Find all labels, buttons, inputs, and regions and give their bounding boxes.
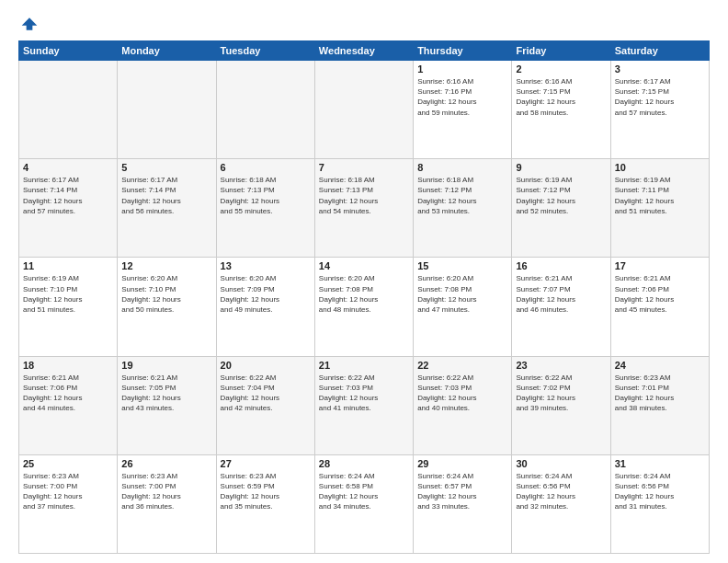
day-number: 20 [221,360,311,371]
calendar-week-2: 4Sunrise: 6:17 AM Sunset: 7:14 PM Daylig… [19,159,710,258]
day-info: Sunrise: 6:20 AM Sunset: 7:08 PM Dayligh… [417,273,507,315]
calendar-header-saturday: Saturday [610,41,709,61]
calendar-header-tuesday: Tuesday [216,41,314,61]
day-number: 2 [516,63,606,75]
day-number: 13 [221,260,311,271]
day-number: 25 [23,458,113,469]
calendar-header-thursday: Thursday [414,41,512,61]
calendar-table: SundayMondayTuesdayWednesdayThursdayFrid… [18,40,710,554]
day-info: Sunrise: 6:20 AM Sunset: 7:10 PM Dayligh… [121,273,211,315]
day-number: 15 [417,260,507,271]
day-info: Sunrise: 6:17 AM Sunset: 7:14 PM Dayligh… [121,175,211,216]
day-info: Sunrise: 6:20 AM Sunset: 7:08 PM Dayligh… [319,273,409,315]
calendar-week-5: 25Sunrise: 6:23 AM Sunset: 7:00 PM Dayli… [19,454,710,553]
day-number: 26 [121,458,211,469]
day-info: Sunrise: 6:16 AM Sunset: 7:16 PM Dayligh… [417,76,507,118]
day-number: 16 [516,260,606,271]
day-number: 8 [417,162,507,173]
calendar-week-3: 11Sunrise: 6:19 AM Sunset: 7:10 PM Dayli… [19,258,710,356]
day-number: 7 [319,162,409,173]
svg-marker-0 [22,17,38,29]
calendar-cell: 20Sunrise: 6:22 AM Sunset: 7:04 PM Dayli… [216,356,314,454]
calendar-cell: 27Sunrise: 6:23 AM Sunset: 6:59 PM Dayli… [216,454,314,553]
day-info: Sunrise: 6:23 AM Sunset: 7:00 PM Dayligh… [23,471,113,512]
day-info: Sunrise: 6:22 AM Sunset: 7:03 PM Dayligh… [319,373,409,414]
day-number: 4 [23,162,113,173]
logo-icon [20,15,39,33]
day-number: 17 [615,260,705,271]
day-number: 21 [319,360,409,371]
calendar-cell: 21Sunrise: 6:22 AM Sunset: 7:03 PM Dayli… [314,356,413,454]
day-number: 14 [319,260,409,271]
day-number: 19 [121,360,211,371]
calendar-header-wednesday: Wednesday [314,41,413,61]
calendar-cell: 30Sunrise: 6:24 AM Sunset: 6:56 PM Dayli… [512,454,610,553]
day-info: Sunrise: 6:18 AM Sunset: 7:13 PM Dayligh… [319,175,409,216]
calendar-cell: 11Sunrise: 6:19 AM Sunset: 7:10 PM Dayli… [19,258,118,356]
day-number: 6 [221,162,311,173]
day-info: Sunrise: 6:24 AM Sunset: 6:56 PM Dayligh… [615,471,705,512]
calendar-header-row: SundayMondayTuesdayWednesdayThursdayFrid… [19,41,710,61]
day-info: Sunrise: 6:23 AM Sunset: 7:00 PM Dayligh… [121,471,211,512]
calendar-cell: 28Sunrise: 6:24 AM Sunset: 6:58 PM Dayli… [314,454,413,553]
calendar-cell: 19Sunrise: 6:21 AM Sunset: 7:05 PM Dayli… [118,356,216,454]
calendar-cell [216,61,314,159]
day-info: Sunrise: 6:22 AM Sunset: 7:04 PM Dayligh… [221,373,311,414]
day-info: Sunrise: 6:19 AM Sunset: 7:10 PM Dayligh… [23,273,113,315]
calendar-cell: 16Sunrise: 6:21 AM Sunset: 7:07 PM Dayli… [512,258,610,356]
day-number: 12 [121,260,211,271]
calendar-cell: 26Sunrise: 6:23 AM Sunset: 7:00 PM Dayli… [118,454,216,553]
calendar-cell: 13Sunrise: 6:20 AM Sunset: 7:09 PM Dayli… [216,258,314,356]
calendar-cell: 25Sunrise: 6:23 AM Sunset: 7:00 PM Dayli… [19,454,118,553]
calendar-week-1: 1Sunrise: 6:16 AM Sunset: 7:16 PM Daylig… [19,61,710,159]
calendar-cell: 7Sunrise: 6:18 AM Sunset: 7:13 PM Daylig… [314,159,413,258]
day-number: 29 [417,458,507,469]
day-info: Sunrise: 6:19 AM Sunset: 7:11 PM Dayligh… [615,175,705,216]
calendar-cell: 5Sunrise: 6:17 AM Sunset: 7:14 PM Daylig… [118,159,216,258]
calendar-cell: 18Sunrise: 6:21 AM Sunset: 7:06 PM Dayli… [19,356,118,454]
day-number: 24 [615,360,705,371]
calendar-cell: 24Sunrise: 6:23 AM Sunset: 7:01 PM Dayli… [610,356,709,454]
day-info: Sunrise: 6:19 AM Sunset: 7:12 PM Dayligh… [516,175,606,216]
calendar-cell: 17Sunrise: 6:21 AM Sunset: 7:06 PM Dayli… [610,258,709,356]
calendar-cell: 8Sunrise: 6:18 AM Sunset: 7:12 PM Daylig… [414,159,512,258]
header [18,15,710,33]
calendar-header-sunday: Sunday [19,41,118,61]
day-info: Sunrise: 6:17 AM Sunset: 7:14 PM Dayligh… [23,175,113,216]
calendar-cell: 6Sunrise: 6:18 AM Sunset: 7:13 PM Daylig… [216,159,314,258]
calendar-cell: 23Sunrise: 6:22 AM Sunset: 7:02 PM Dayli… [512,356,610,454]
day-info: Sunrise: 6:24 AM Sunset: 6:58 PM Dayligh… [319,471,409,512]
day-info: Sunrise: 6:21 AM Sunset: 7:05 PM Dayligh… [121,373,211,414]
day-number: 9 [516,162,606,173]
day-info: Sunrise: 6:18 AM Sunset: 7:12 PM Dayligh… [417,175,507,216]
day-number: 27 [221,458,311,469]
calendar-header-monday: Monday [118,41,216,61]
day-info: Sunrise: 6:24 AM Sunset: 6:57 PM Dayligh… [417,471,507,512]
calendar-week-4: 18Sunrise: 6:21 AM Sunset: 7:06 PM Dayli… [19,356,710,454]
day-number: 10 [615,162,705,173]
calendar-cell: 1Sunrise: 6:16 AM Sunset: 7:16 PM Daylig… [414,61,512,159]
day-info: Sunrise: 6:24 AM Sunset: 6:56 PM Dayligh… [516,471,606,512]
calendar-cell: 4Sunrise: 6:17 AM Sunset: 7:14 PM Daylig… [19,159,118,258]
calendar-cell: 31Sunrise: 6:24 AM Sunset: 6:56 PM Dayli… [610,454,709,553]
day-info: Sunrise: 6:23 AM Sunset: 6:59 PM Dayligh… [221,471,311,512]
calendar-cell: 14Sunrise: 6:20 AM Sunset: 7:08 PM Dayli… [314,258,413,356]
calendar-cell: 10Sunrise: 6:19 AM Sunset: 7:11 PM Dayli… [610,159,709,258]
day-number: 11 [23,260,113,271]
calendar-cell: 3Sunrise: 6:17 AM Sunset: 7:15 PM Daylig… [610,61,709,159]
calendar-cell [118,61,216,159]
calendar-cell [19,61,118,159]
day-info: Sunrise: 6:18 AM Sunset: 7:13 PM Dayligh… [221,175,311,216]
logo [18,15,40,33]
calendar-cell: 22Sunrise: 6:22 AM Sunset: 7:03 PM Dayli… [414,356,512,454]
calendar-header-friday: Friday [512,41,610,61]
calendar-cell: 15Sunrise: 6:20 AM Sunset: 7:08 PM Dayli… [414,258,512,356]
day-info: Sunrise: 6:21 AM Sunset: 7:07 PM Dayligh… [516,273,606,315]
day-number: 28 [319,458,409,469]
day-number: 22 [417,360,507,371]
page: SundayMondayTuesdayWednesdayThursdayFrid… [0,0,728,563]
day-number: 31 [615,458,705,469]
day-info: Sunrise: 6:23 AM Sunset: 7:01 PM Dayligh… [615,373,705,414]
day-info: Sunrise: 6:21 AM Sunset: 7:06 PM Dayligh… [23,373,113,414]
calendar-cell: 12Sunrise: 6:20 AM Sunset: 7:10 PM Dayli… [118,258,216,356]
